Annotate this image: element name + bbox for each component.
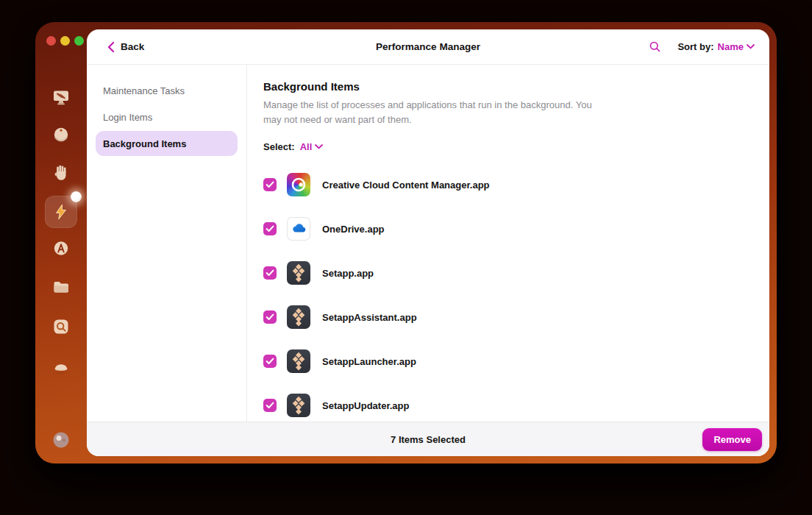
sort-by-value: Name (718, 41, 744, 52)
content-heading: Background Items (263, 80, 752, 93)
assistant-avatar[interactable] (35, 431, 87, 449)
checkbox-checked[interactable] (263, 178, 277, 191)
setapp-app-icon (287, 349, 310, 373)
sidebar-item-applications[interactable] (35, 239, 87, 258)
select-scope-dropdown[interactable]: All (300, 141, 324, 152)
sort-by-control: Sort by: Name (677, 41, 755, 52)
check-icon (266, 181, 274, 188)
check-icon (266, 225, 274, 232)
header-actions: Sort by: Name (649, 40, 755, 53)
checkbox-checked[interactable] (263, 266, 277, 280)
folder-icon (51, 277, 71, 296)
remove-button[interactable]: Remove (702, 428, 762, 451)
sidebar-item-performance[interactable] (45, 196, 77, 228)
checkbox-checked[interactable] (263, 310, 277, 324)
footer: 7 Items Selected Remove (87, 422, 769, 456)
content-description: Manage the list of processes and applica… (263, 98, 600, 127)
chevron-down-icon (747, 44, 755, 49)
app-name: Creative Cloud Content Manager.app (322, 180, 490, 191)
list-item[interactable]: SetappLauncher.app (263, 339, 752, 383)
app-name: SetappLauncher.app (322, 356, 416, 367)
cleanup-icon (51, 126, 71, 145)
select-scope-value: All (300, 141, 313, 152)
sidebar-item-cleanup[interactable] (35, 126, 87, 145)
main-panel: Back Performance Manager Sort by: Name (87, 29, 769, 456)
shell-icon (51, 357, 71, 376)
protection-hand-icon (51, 163, 71, 182)
sort-by-dropdown[interactable]: Name (718, 41, 755, 52)
app-name: OneDrive.app (322, 224, 385, 235)
setapp-app-icon (287, 305, 310, 329)
check-icon (266, 402, 274, 409)
list-item[interactable]: SetappUpdater.app (263, 383, 752, 422)
list-item[interactable]: SetappAssistant.app (263, 295, 752, 339)
content-area: Background Items Manage the list of proc… (247, 65, 769, 422)
checkbox-checked[interactable] (263, 222, 277, 235)
applications-icon (51, 239, 71, 258)
sidebar-item-smart-care[interactable] (35, 88, 87, 107)
chevron-left-icon (107, 42, 115, 52)
app-name: Setapp.app (322, 268, 374, 279)
performance-lightning-icon (52, 203, 70, 221)
smart-care-icon (51, 88, 71, 107)
back-button[interactable]: Back (107, 41, 144, 52)
sidebar-item-files[interactable] (35, 277, 87, 296)
search-icon[interactable] (649, 40, 661, 53)
back-label: Back (121, 41, 144, 52)
creative-cloud-app-icon (287, 173, 310, 196)
nav-item-login-items[interactable]: Login Items (96, 104, 238, 129)
spotlight-search-icon (51, 317, 71, 336)
sort-by-label: Sort by: (677, 41, 713, 52)
sidebar-item-shell[interactable] (35, 357, 87, 376)
notification-badge (71, 191, 82, 202)
body: Maintenance Tasks Login Items Background… (87, 65, 769, 422)
app-sidebar-rail (35, 22, 87, 464)
setapp-app-icon (287, 261, 310, 285)
list-item[interactable]: Setapp.app (263, 251, 752, 295)
app-name: SetappUpdater.app (322, 400, 409, 411)
checkbox-checked[interactable] (263, 355, 277, 368)
nav-item-background-items[interactable]: Background Items (96, 131, 238, 156)
section-nav: Maintenance Tasks Login Items Background… (87, 65, 247, 422)
checkbox-checked[interactable] (263, 399, 277, 412)
sidebar-item-spotlight[interactable] (35, 317, 87, 336)
check-icon (266, 313, 274, 321)
assistant-avatar-icon (52, 431, 70, 449)
check-icon (266, 269, 274, 277)
list-item[interactable]: OneDrive.app (263, 207, 752, 251)
nav-item-maintenance-tasks[interactable]: Maintenance Tasks (96, 78, 238, 103)
check-icon (266, 358, 274, 365)
app-window: Back Performance Manager Sort by: Name (35, 22, 777, 464)
background-items-list: Creative Cloud Content Manager.app (263, 163, 752, 422)
list-item[interactable]: Creative Cloud Content Manager.app (263, 163, 752, 207)
chevron-down-icon (315, 144, 323, 149)
app-name: SetappAssistant.app (322, 312, 417, 323)
select-label: Select: (263, 141, 295, 152)
sidebar-item-protection[interactable] (35, 163, 87, 182)
header: Back Performance Manager Sort by: Name (87, 29, 769, 65)
onedrive-app-icon (287, 217, 310, 241)
setapp-app-icon (287, 394, 310, 417)
selection-status: 7 Items Selected (391, 434, 466, 445)
select-row: Select: All (263, 141, 752, 152)
